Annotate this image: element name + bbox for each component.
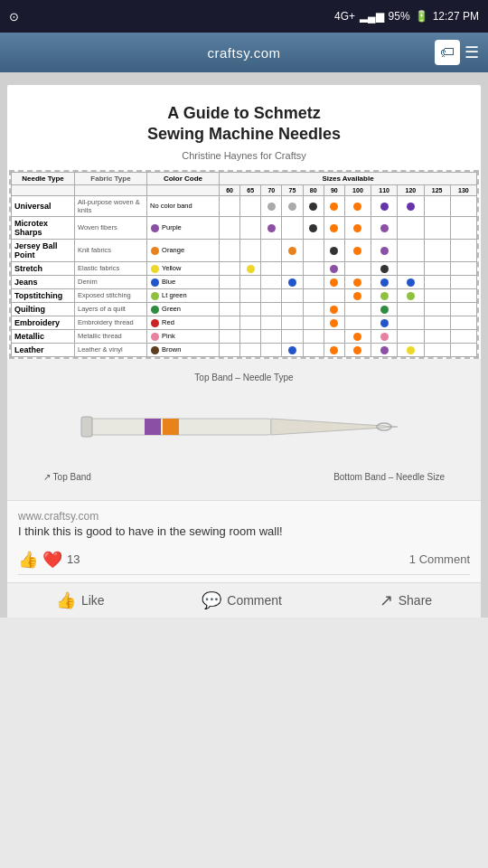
color-dot <box>151 333 159 341</box>
size-dot-cell <box>240 261 261 275</box>
needle-type-cell: Microtex Sharps <box>12 216 75 239</box>
size-dot-cell <box>450 239 476 261</box>
needle-type-cell: Leather <box>12 343 75 356</box>
size-dot <box>407 278 415 287</box>
color-dot <box>151 292 159 300</box>
size-dot-cell <box>220 316 240 329</box>
size-dot-cell <box>344 275 371 288</box>
size-dot <box>380 224 389 232</box>
size-dot-cell <box>371 302 398 316</box>
color-code-cell: No color band <box>147 195 220 216</box>
size-dot-cell <box>424 302 450 316</box>
size-dot-cell <box>398 195 424 216</box>
guide-subtitle: Christine Haynes for Craftsy <box>16 150 472 161</box>
size-dot-cell <box>324 261 344 275</box>
size-90: 90 <box>324 184 344 195</box>
size-dot <box>407 292 415 300</box>
size-dot-cell <box>450 195 476 216</box>
size-dot-cell <box>424 343 450 356</box>
fabric-type-cell: Denim <box>75 275 147 288</box>
size-dot <box>380 319 389 327</box>
like-button[interactable]: 👍 Like <box>56 590 105 610</box>
size-dot-cell <box>424 275 450 288</box>
svg-rect-0 <box>90 419 271 435</box>
size-dot-cell <box>424 288 450 302</box>
color-code-cell: Yellow <box>147 261 220 275</box>
size-dot-cell <box>303 316 324 329</box>
size-dot-cell <box>344 288 371 302</box>
size-dot-cell <box>220 216 240 239</box>
table-header-row: Needle Type Fabric Type Color Code Sizes… <box>12 172 477 184</box>
love-reaction-icon: ❤️ <box>42 550 62 570</box>
size-dot-cell <box>240 329 261 343</box>
diagram-arrow-left: ↗ Top Band <box>43 472 91 482</box>
size-dot-cell <box>324 329 344 343</box>
size-dot <box>288 203 296 211</box>
size-dot-cell <box>282 343 303 356</box>
size-dot-cell <box>240 239 261 261</box>
size-dot <box>353 333 361 341</box>
size-dot <box>247 265 255 273</box>
browser-url[interactable]: craftsy.com <box>207 45 280 61</box>
size-dot-cell <box>424 261 450 275</box>
color-dot <box>151 278 159 287</box>
fabric-type-cell: Exposed stitching <box>75 288 147 302</box>
table-row: MetallicMetallic thread Pink <box>12 329 477 343</box>
size-dot-cell <box>303 195 324 216</box>
size-dot <box>330 346 338 354</box>
size-dot-cell <box>303 329 324 343</box>
size-dot-cell <box>220 329 240 343</box>
size-dot <box>353 224 361 232</box>
size-dot-cell <box>371 239 398 261</box>
size-dot-cell <box>240 343 261 356</box>
needle-type-cell: Stretch <box>12 261 75 275</box>
status-left: ⊙ <box>9 10 19 24</box>
size-number-row: 60 65 70 75 80 90 100 110 120 125 130 <box>12 184 477 195</box>
table-row: TopstitchingExposed stitching Lt green <box>12 288 477 302</box>
browser-actions: 🏷 ☰ <box>435 40 479 65</box>
size-dot-cell <box>344 261 371 275</box>
size-dot-cell <box>324 239 344 261</box>
guide-header: A Guide to SchmetzSewing Machine Needles… <box>7 85 481 170</box>
size-130: 130 <box>450 184 476 195</box>
color-code-cell: Red <box>147 316 220 329</box>
color-code-cell: Purple <box>147 216 220 239</box>
size-dot-cell <box>303 343 324 356</box>
size-dot-cell <box>220 343 240 356</box>
size-dot-cell <box>240 288 261 302</box>
size-dot-cell <box>282 261 303 275</box>
tag-icon[interactable]: 🏷 <box>435 40 460 65</box>
size-dot-cell <box>303 261 324 275</box>
page-content: A Guide to SchmetzSewing Machine Needles… <box>7 85 481 618</box>
status-right: 4G+ ▂▄▆ 95% 🔋 12:27 PM <box>334 10 479 23</box>
size-125: 125 <box>424 184 450 195</box>
share-label: Share <box>399 593 432 608</box>
size-dot <box>288 247 296 255</box>
needle-guide-table: Needle Type Fabric Type Color Code Sizes… <box>11 172 477 357</box>
size-dot-cell <box>261 195 282 216</box>
comment-button[interactable]: 💬 Comment <box>202 590 282 610</box>
size-dot-cell <box>324 275 344 288</box>
share-button[interactable]: ↗ Share <box>380 590 432 610</box>
fabric-type-cell: All-purpose woven & knits <box>75 195 147 216</box>
table-row: QuiltingLayers of a quilt Green <box>12 302 477 316</box>
reaction-count: 13 <box>67 552 80 566</box>
size-dot <box>267 224 276 232</box>
size-dot <box>380 292 389 300</box>
size-dot <box>407 346 415 354</box>
size-dot-cell <box>344 195 371 216</box>
size-dot-cell <box>371 261 398 275</box>
size-dot-cell <box>261 343 282 356</box>
table-container: Needle Type Fabric Type Color Code Sizes… <box>9 170 479 359</box>
size-dot <box>330 203 338 211</box>
size-dot-cell <box>282 195 303 216</box>
size-dot-cell <box>282 239 303 261</box>
table-row: EmbroideryEmbroidery thread Red <box>12 316 477 329</box>
size-dot-cell <box>450 302 476 316</box>
post-text: I think this is good to have in the sewi… <box>18 524 470 538</box>
menu-icon[interactable]: ☰ <box>465 42 479 62</box>
size-dot <box>380 278 389 287</box>
size-dot-cell <box>324 343 344 356</box>
reactions-left: 👍 ❤️ 13 <box>18 550 80 570</box>
size-dot-cell <box>220 239 240 261</box>
